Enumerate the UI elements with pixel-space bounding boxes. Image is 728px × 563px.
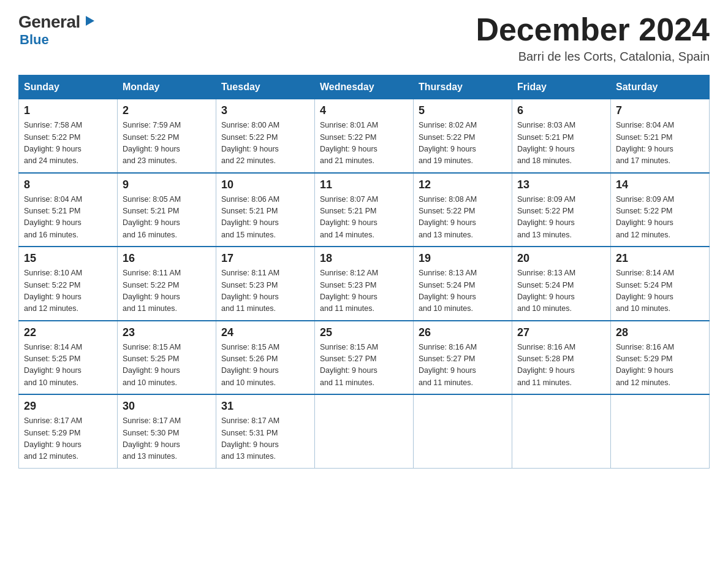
calendar-cell: 29Sunrise: 8:17 AM Sunset: 5:29 PM Dayli… [19,394,118,468]
day-info: Sunrise: 8:16 AM Sunset: 5:28 PM Dayligh… [517,342,605,389]
day-number: 30 [123,400,211,413]
day-number: 9 [123,178,211,191]
day-info: Sunrise: 8:17 AM Sunset: 5:31 PM Dayligh… [221,415,309,463]
day-number: 28 [616,326,704,339]
day-number: 12 [419,178,507,191]
day-number: 13 [517,178,605,191]
day-number: 15 [24,252,112,265]
header-friday: Friday [512,75,611,99]
header-thursday: Thursday [414,75,512,99]
calendar-week-row: 8Sunrise: 8:04 AM Sunset: 5:21 PM Daylig… [19,173,710,247]
calendar-header-row: SundayMondayTuesdayWednesdayThursdayFrid… [19,75,710,99]
day-number: 23 [123,326,211,339]
calendar-cell: 16Sunrise: 8:11 AM Sunset: 5:22 PM Dayli… [118,247,216,321]
day-info: Sunrise: 8:15 AM Sunset: 5:26 PM Dayligh… [221,342,309,389]
logo: General Blue [18,12,96,48]
day-number: 27 [517,326,605,339]
calendar-cell: 30Sunrise: 8:17 AM Sunset: 5:30 PM Dayli… [118,394,216,468]
calendar-cell: 7Sunrise: 8:04 AM Sunset: 5:21 PM Daylig… [611,99,710,173]
day-info: Sunrise: 8:03 AM Sunset: 5:21 PM Dayligh… [517,120,605,167]
calendar-cell: 24Sunrise: 8:15 AM Sunset: 5:26 PM Dayli… [216,321,315,395]
day-info: Sunrise: 8:13 AM Sunset: 5:24 PM Dayligh… [517,267,605,315]
day-number: 20 [517,252,605,265]
calendar-cell: 20Sunrise: 8:13 AM Sunset: 5:24 PM Dayli… [512,247,611,321]
header-wednesday: Wednesday [315,75,414,99]
day-number: 26 [419,326,507,339]
month-year-title: December 2024 [476,12,710,47]
location-subtitle: Barri de les Corts, Catalonia, Spain [476,50,710,64]
calendar-cell: 15Sunrise: 8:10 AM Sunset: 5:22 PM Dayli… [19,247,118,321]
day-info: Sunrise: 8:13 AM Sunset: 5:24 PM Dayligh… [419,267,507,315]
header-saturday: Saturday [611,75,710,99]
title-block: December 2024 Barri de les Corts, Catalo… [476,12,710,64]
calendar-cell: 31Sunrise: 8:17 AM Sunset: 5:31 PM Dayli… [216,394,315,468]
calendar-cell: 17Sunrise: 8:11 AM Sunset: 5:23 PM Dayli… [216,247,315,321]
day-number: 11 [320,178,408,191]
calendar-cell: 5Sunrise: 8:02 AM Sunset: 5:22 PM Daylig… [414,99,512,173]
header-tuesday: Tuesday [216,75,315,99]
calendar-cell: 10Sunrise: 8:06 AM Sunset: 5:21 PM Dayli… [216,173,315,247]
svg-marker-0 [86,16,94,26]
day-info: Sunrise: 7:59 AM Sunset: 5:22 PM Dayligh… [123,120,211,167]
day-info: Sunrise: 8:05 AM Sunset: 5:21 PM Dayligh… [123,194,211,242]
day-info: Sunrise: 8:10 AM Sunset: 5:22 PM Dayligh… [24,267,112,315]
day-info: Sunrise: 8:14 AM Sunset: 5:24 PM Dayligh… [616,267,704,315]
calendar-cell: 25Sunrise: 8:15 AM Sunset: 5:27 PM Dayli… [315,321,414,395]
day-number: 14 [616,178,704,191]
calendar-cell: 13Sunrise: 8:09 AM Sunset: 5:22 PM Dayli… [512,173,611,247]
calendar-week-row: 1Sunrise: 7:58 AM Sunset: 5:22 PM Daylig… [19,99,710,173]
calendar-week-row: 29Sunrise: 8:17 AM Sunset: 5:29 PM Dayli… [19,394,710,468]
calendar-cell: 9Sunrise: 8:05 AM Sunset: 5:21 PM Daylig… [118,173,216,247]
day-info: Sunrise: 8:09 AM Sunset: 5:22 PM Dayligh… [616,194,704,242]
day-number: 24 [221,326,309,339]
day-info: Sunrise: 8:02 AM Sunset: 5:22 PM Dayligh… [419,120,507,167]
calendar-cell: 18Sunrise: 8:12 AM Sunset: 5:23 PM Dayli… [315,247,414,321]
day-info: Sunrise: 8:12 AM Sunset: 5:23 PM Dayligh… [320,267,408,315]
day-info: Sunrise: 8:15 AM Sunset: 5:25 PM Dayligh… [123,342,211,389]
calendar-cell: 14Sunrise: 8:09 AM Sunset: 5:22 PM Dayli… [611,173,710,247]
calendar-cell: 8Sunrise: 8:04 AM Sunset: 5:21 PM Daylig… [19,173,118,247]
calendar-cell [512,394,611,468]
calendar-cell: 26Sunrise: 8:16 AM Sunset: 5:27 PM Dayli… [414,321,512,395]
calendar-cell [611,394,710,468]
day-number: 7 [616,104,704,117]
day-number: 10 [221,178,309,191]
calendar-cell [315,394,414,468]
day-info: Sunrise: 8:17 AM Sunset: 5:30 PM Dayligh… [123,415,211,463]
day-number: 4 [320,104,408,117]
calendar-cell: 28Sunrise: 8:16 AM Sunset: 5:29 PM Dayli… [611,321,710,395]
day-info: Sunrise: 7:58 AM Sunset: 5:22 PM Dayligh… [24,120,112,167]
day-info: Sunrise: 8:07 AM Sunset: 5:21 PM Dayligh… [320,194,408,242]
calendar-cell: 12Sunrise: 8:08 AM Sunset: 5:22 PM Dayli… [414,173,512,247]
day-info: Sunrise: 8:11 AM Sunset: 5:22 PM Dayligh… [123,267,211,315]
day-info: Sunrise: 8:09 AM Sunset: 5:22 PM Dayligh… [517,194,605,242]
calendar-cell: 3Sunrise: 8:00 AM Sunset: 5:22 PM Daylig… [216,99,315,173]
day-info: Sunrise: 8:01 AM Sunset: 5:22 PM Dayligh… [320,120,408,167]
day-number: 6 [517,104,605,117]
day-info: Sunrise: 8:06 AM Sunset: 5:21 PM Dayligh… [221,194,309,242]
header-sunday: Sunday [19,75,118,99]
day-number: 29 [24,400,112,413]
day-number: 16 [123,252,211,265]
day-info: Sunrise: 8:04 AM Sunset: 5:21 PM Dayligh… [24,194,112,242]
calendar-cell: 22Sunrise: 8:14 AM Sunset: 5:25 PM Dayli… [19,321,118,395]
day-number: 22 [24,326,112,339]
day-number: 8 [24,178,112,191]
calendar-cell: 19Sunrise: 8:13 AM Sunset: 5:24 PM Dayli… [414,247,512,321]
day-number: 18 [320,252,408,265]
calendar-cell: 23Sunrise: 8:15 AM Sunset: 5:25 PM Dayli… [118,321,216,395]
calendar-cell: 1Sunrise: 7:58 AM Sunset: 5:22 PM Daylig… [19,99,118,173]
calendar-week-row: 22Sunrise: 8:14 AM Sunset: 5:25 PM Dayli… [19,321,710,395]
day-info: Sunrise: 8:00 AM Sunset: 5:22 PM Dayligh… [221,120,309,167]
day-info: Sunrise: 8:16 AM Sunset: 5:27 PM Dayligh… [419,342,507,389]
day-info: Sunrise: 8:17 AM Sunset: 5:29 PM Dayligh… [24,415,112,463]
day-info: Sunrise: 8:16 AM Sunset: 5:29 PM Dayligh… [616,342,704,389]
day-number: 2 [123,104,211,117]
day-info: Sunrise: 8:04 AM Sunset: 5:21 PM Dayligh… [616,120,704,167]
day-number: 19 [419,252,507,265]
calendar-cell: 4Sunrise: 8:01 AM Sunset: 5:22 PM Daylig… [315,99,414,173]
day-number: 1 [24,104,112,117]
logo-blue-text: Blue [20,32,49,48]
day-number: 21 [616,252,704,265]
day-number: 25 [320,326,408,339]
